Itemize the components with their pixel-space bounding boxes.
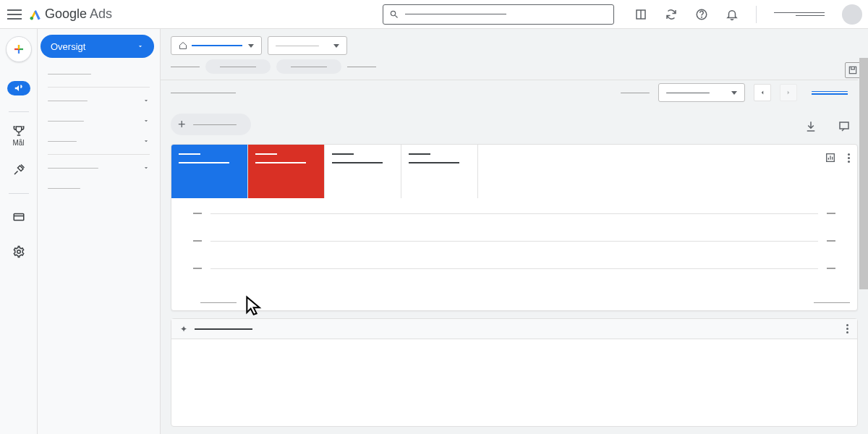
scope-selector-1[interactable]	[171, 36, 262, 55]
save-view-icon[interactable]	[845, 62, 861, 78]
svg-rect-12	[849, 67, 856, 73]
rail-campaigns[interactable]	[0, 72, 38, 104]
filter-trailing	[347, 61, 376, 72]
filter-chip-1[interactable]	[205, 59, 271, 74]
nav-rail: Mål	[0, 29, 38, 434]
gear-icon	[12, 245, 25, 258]
menu-icon[interactable]	[6, 6, 23, 23]
chevron-down-icon	[142, 137, 150, 145]
filter-label	[171, 61, 200, 72]
rail-goals[interactable]: Mål	[0, 119, 38, 151]
appearance-icon[interactable]	[634, 8, 647, 21]
chevron-down-icon	[142, 164, 150, 171]
logo-text-2: Ads	[90, 7, 112, 22]
refresh-icon[interactable]	[665, 8, 678, 21]
metric-tab-3[interactable]	[325, 145, 401, 198]
sidebar-item-label: Oversigt	[51, 41, 85, 52]
svg-rect-9	[14, 214, 24, 221]
chevron-down-icon	[142, 97, 150, 104]
chevron-down-icon	[248, 44, 254, 48]
metric-tab-4[interactable]	[401, 145, 478, 198]
search-input[interactable]	[383, 4, 614, 25]
rail-tools[interactable]	[0, 154, 38, 186]
date-label	[621, 93, 650, 93]
megaphone-icon	[14, 83, 24, 93]
date-prev-button[interactable]	[754, 84, 771, 101]
create-button[interactable]	[6, 36, 32, 62]
sidebar-item-6[interactable]	[38, 178, 160, 198]
metrics-chart-card	[171, 144, 858, 311]
sidebar-item-overview[interactable]: Oversigt	[41, 35, 154, 58]
logo-text-1: Google	[45, 7, 87, 22]
expand-chart-icon[interactable]	[825, 152, 836, 163]
rail-admin[interactable]	[0, 236, 38, 268]
card-menu-icon[interactable]	[846, 324, 848, 333]
feedback-icon[interactable]	[838, 120, 851, 133]
sidebar-item-5[interactable]	[38, 158, 160, 178]
rail-billing[interactable]	[0, 201, 38, 233]
metric-tab-2[interactable]	[248, 145, 325, 198]
sidebar-item-2[interactable]	[38, 90, 160, 111]
sidebar-item-4[interactable]	[38, 131, 160, 151]
svg-point-4	[701, 17, 702, 18]
account-name[interactable]	[774, 12, 825, 16]
section-sidebar: Oversigt	[38, 29, 161, 434]
chart-area	[171, 198, 857, 302]
plus-icon: +	[178, 117, 186, 132]
metric-tab-1[interactable]	[171, 145, 248, 198]
svg-point-0	[30, 17, 34, 20]
scrollbar[interactable]	[859, 58, 868, 289]
chevron-down-icon	[137, 43, 144, 50]
filter-chip-2[interactable]	[276, 59, 341, 74]
date-range-picker[interactable]	[658, 83, 745, 102]
add-card-button[interactable]: +	[171, 114, 251, 135]
ads-logo-icon	[29, 8, 42, 21]
help-icon[interactable]	[695, 8, 708, 21]
secondary-card: ✦	[171, 318, 858, 427]
section-title	[171, 93, 236, 93]
avatar[interactable]	[842, 4, 862, 25]
sidebar-item-1[interactable]	[38, 64, 160, 84]
search-icon	[389, 9, 399, 20]
divider	[756, 6, 757, 23]
svg-rect-13	[840, 122, 848, 129]
chevron-down-icon	[333, 44, 339, 48]
x-axis-end	[814, 302, 850, 303]
download-icon[interactable]	[804, 120, 817, 133]
chevron-down-icon	[142, 117, 150, 124]
date-next-button[interactable]	[780, 84, 797, 101]
main-content: +	[161, 29, 868, 434]
trophy-icon	[12, 124, 25, 137]
product-logo[interactable]: Google Ads	[29, 7, 112, 22]
card-title	[195, 328, 252, 330]
home-icon	[179, 41, 187, 50]
notifications-icon[interactable]	[726, 8, 739, 21]
x-axis-start	[200, 302, 237, 303]
card-icon	[12, 210, 25, 224]
rail-goals-label: Mål	[12, 139, 24, 147]
sparkle-icon: ✦	[180, 324, 187, 334]
sidebar-item-3[interactable]	[38, 111, 160, 131]
app-header: Google Ads	[0, 0, 868, 29]
scope-selector-2[interactable]	[268, 36, 347, 55]
svg-point-11	[17, 250, 20, 254]
plus-icon	[12, 43, 25, 56]
tools-icon	[12, 163, 25, 176]
card-menu-icon[interactable]	[848, 153, 850, 163]
chevron-down-icon	[731, 91, 737, 95]
